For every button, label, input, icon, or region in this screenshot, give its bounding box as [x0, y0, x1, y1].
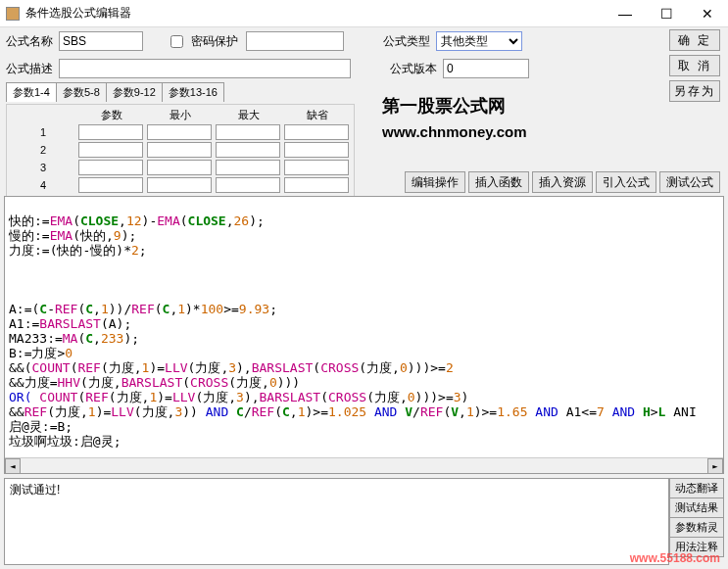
- param-cell[interactable]: [284, 142, 349, 158]
- test-message: 测试通过!: [4, 478, 669, 565]
- tab-params-9-12[interactable]: 参数9-12: [106, 82, 163, 102]
- param-cell[interactable]: [284, 124, 349, 140]
- param-cell[interactable]: [216, 142, 280, 158]
- desc-label: 公式描述: [6, 61, 55, 77]
- cancel-button[interactable]: 取 消: [669, 55, 720, 76]
- param-cell[interactable]: [78, 124, 143, 140]
- param-grid: 参数最小最大缺省 1 2 3 4: [6, 104, 355, 197]
- param-cell[interactable]: [216, 124, 280, 140]
- param-cell[interactable]: [216, 160, 280, 175]
- insfunc-button[interactable]: 插入函数: [468, 171, 529, 193]
- pwd-input[interactable]: [246, 31, 344, 51]
- close-button[interactable]: ✕: [687, 0, 728, 27]
- code-editor[interactable]: 快的:=EMA(CLOSE,12)-EMA(CLOSE,26); 慢的:=EMA…: [4, 196, 724, 474]
- param-cell[interactable]: [147, 177, 212, 193]
- param-cell[interactable]: [78, 160, 143, 175]
- maximize-button[interactable]: ☐: [646, 0, 687, 27]
- param-cell[interactable]: [147, 124, 212, 140]
- name-label: 公式名称: [6, 33, 55, 50]
- dyntrans-button[interactable]: 动态翻译: [669, 478, 724, 498]
- tab-params-1-4[interactable]: 参数1-4: [6, 82, 57, 102]
- version-input[interactable]: [443, 59, 529, 78]
- editop-button[interactable]: 编辑操作: [405, 171, 465, 193]
- param-cell[interactable]: [216, 177, 280, 193]
- footer-link: www.55188.com: [630, 551, 720, 565]
- paramwiz-button[interactable]: 参数精灵: [669, 517, 724, 538]
- tab-params-13-16[interactable]: 参数13-16: [162, 82, 224, 102]
- scroll-left-icon[interactable]: ◄: [5, 458, 21, 474]
- param-cell[interactable]: [147, 142, 212, 158]
- param-cell[interactable]: [284, 177, 349, 193]
- insres-button[interactable]: 插入资源: [532, 171, 593, 193]
- watermark-line1: 第一股票公式网: [382, 94, 527, 118]
- import-button[interactable]: 引入公式: [596, 171, 656, 193]
- ok-button[interactable]: 确 定: [669, 29, 720, 51]
- app-icon: [6, 7, 20, 21]
- test-button[interactable]: 测试公式: [659, 171, 720, 193]
- version-label: 公式版本: [390, 61, 439, 77]
- param-cell[interactable]: [147, 160, 212, 175]
- scroll-right-icon[interactable]: ►: [707, 458, 723, 474]
- type-label: 公式类型: [383, 33, 432, 50]
- pwd-label: 密码保护: [191, 33, 238, 50]
- type-select[interactable]: 其他类型: [436, 31, 522, 51]
- saveas-button[interactable]: 另存为: [669, 80, 720, 102]
- h-scrollbar[interactable]: ◄►: [5, 457, 723, 473]
- testresult-button[interactable]: 测试结果: [669, 498, 724, 518]
- desc-input[interactable]: [59, 59, 351, 78]
- pwd-checkbox[interactable]: [170, 35, 183, 48]
- window-title: 条件选股公式编辑器: [25, 5, 605, 22]
- name-input[interactable]: [59, 31, 143, 51]
- param-cell[interactable]: [284, 160, 349, 175]
- minimize-button[interactable]: —: [605, 0, 646, 27]
- param-cell[interactable]: [78, 142, 143, 158]
- watermark-line2: www.chnmoney.com: [382, 123, 527, 140]
- tab-params-5-8[interactable]: 参数5-8: [56, 82, 107, 102]
- param-cell[interactable]: [78, 177, 143, 193]
